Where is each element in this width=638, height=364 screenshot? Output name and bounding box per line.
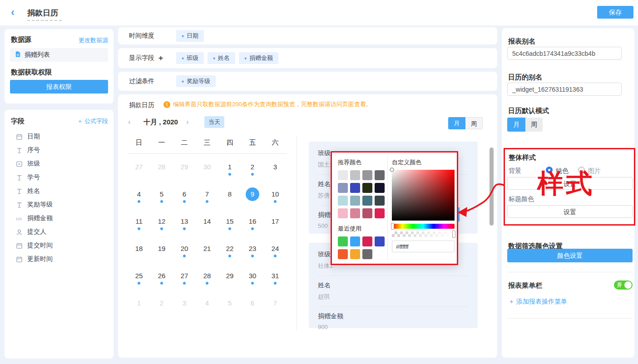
alpha-slider[interactable] (392, 231, 455, 237)
save-button[interactable]: 保存 (597, 6, 633, 19)
day-cell-10[interactable]: 10 (264, 183, 287, 210)
datasource-item[interactable]: 捐赠列表 (10, 48, 108, 62)
day-cell-7[interactable]: 7 (264, 292, 287, 319)
field-item-日期[interactable]: 日期 (5, 130, 114, 143)
calendar-mode-month[interactable]: 月 (448, 117, 465, 129)
day-cell-28[interactable]: 28 (150, 156, 173, 183)
day-cell-23[interactable]: 23 (241, 237, 264, 265)
day-cell-26[interactable]: 26 (150, 265, 173, 292)
recent-swatch[interactable] (362, 249, 372, 259)
report-menu-toggle[interactable]: 开 (614, 280, 633, 290)
field-tag-姓名[interactable]: ▾姓名 (208, 52, 235, 64)
recommended-swatch[interactable] (338, 170, 348, 180)
hex-color-input[interactable] (392, 241, 455, 252)
day-cell-18[interactable]: 18 (128, 237, 150, 265)
today-button[interactable]: 当天 (204, 116, 224, 128)
day-cell-5[interactable]: 5 (218, 292, 241, 319)
calendar-prev-button[interactable]: ‹ (128, 118, 131, 127)
day-cell-19[interactable]: 19 (150, 237, 173, 265)
add-report-menu-link[interactable]: ＋ 添加报表操作菜单 (508, 298, 567, 306)
background-set-button[interactable]: 设置 (507, 177, 633, 190)
recommended-swatch[interactable] (375, 208, 385, 218)
calendar-alias-input[interactable] (507, 83, 622, 96)
sv-cursor[interactable] (390, 167, 394, 172)
day-cell-1[interactable]: 1 (128, 292, 150, 319)
calendar-next-button[interactable]: › (186, 118, 189, 127)
day-cell-29[interactable]: 29 (218, 265, 241, 292)
bg-image-label[interactable]: 图片 (588, 167, 601, 175)
day-cell-27[interactable]: 27 (173, 265, 196, 292)
day-cell-16[interactable]: 16 (241, 210, 264, 237)
day-cell-11[interactable]: 11 (128, 210, 150, 237)
report-permission-button[interactable]: 报表权限 (10, 80, 108, 93)
add-formula-field-link[interactable]: ＋ 公式字段 (77, 117, 108, 125)
default-mode-week[interactable]: 周 (525, 118, 543, 132)
day-cell-6[interactable]: 6 (241, 292, 264, 319)
recent-swatch[interactable] (362, 236, 372, 246)
bg-solid-radio[interactable] (546, 167, 553, 173)
recommended-swatch[interactable] (338, 196, 348, 206)
default-mode-month[interactable]: 月 (507, 118, 525, 132)
field-item-班级[interactable]: 班级 (5, 157, 114, 171)
day-cell-2[interactable]: 2 (241, 156, 264, 183)
field-item-提交时间[interactable]: 提交时间 (5, 239, 114, 252)
day-cell-1[interactable]: 1 (218, 156, 241, 183)
calendar-mode-week[interactable]: 周 (465, 117, 483, 129)
day-cell-6[interactable]: 6 (173, 183, 196, 210)
day-cell-22[interactable]: 22 (218, 237, 241, 265)
day-cell-4[interactable]: 4 (196, 292, 218, 319)
recommended-swatch[interactable] (375, 196, 385, 206)
day-cell-21[interactable]: 21 (196, 237, 218, 265)
recommended-swatch[interactable] (350, 170, 360, 180)
back-button[interactable]: ‹ (11, 6, 15, 19)
day-cell-5[interactable]: 5 (150, 183, 173, 210)
field-item-更新时间[interactable]: 更新时间 (5, 252, 114, 266)
field-item-序号[interactable]: 序号 (5, 143, 114, 157)
day-cell-28[interactable]: 28 (196, 265, 218, 292)
recent-swatch[interactable] (338, 236, 348, 246)
title-color-set-button[interactable]: 设置 (507, 205, 633, 218)
field-item-学号[interactable]: 学号 (5, 171, 114, 184)
field-item-姓名[interactable]: 姓名 (5, 184, 114, 198)
field-tag-班级[interactable]: ▾班级 (176, 52, 204, 64)
day-cell-15[interactable]: 15 (218, 210, 241, 237)
day-cell-8[interactable]: 8 (218, 183, 241, 210)
day-cell-4[interactable]: 4 (128, 183, 150, 210)
bg-solid-label[interactable]: 纯色 (556, 167, 569, 175)
day-cell-24[interactable]: 24 (264, 237, 287, 265)
day-cell-13[interactable]: 13 (173, 210, 196, 237)
hue-slider-handle[interactable] (391, 223, 394, 230)
day-cell-17[interactable]: 17 (264, 210, 287, 237)
recent-swatch[interactable] (350, 249, 360, 259)
change-datasource-link[interactable]: 更改数据源 (79, 36, 108, 44)
day-cell-25[interactable]: 25 (128, 265, 150, 292)
recommended-swatch[interactable] (338, 208, 348, 218)
recommended-swatch[interactable] (375, 170, 385, 180)
day-cell-29[interactable]: 29 (173, 156, 196, 183)
field-item-提交人[interactable]: 提交人 (5, 225, 114, 239)
bg-image-radio[interactable] (578, 167, 585, 173)
field-item-奖励等级[interactable]: 奖励等级 (5, 198, 114, 212)
day-cell-3[interactable]: 3 (264, 156, 287, 183)
day-cell-7[interactable]: 7 (196, 183, 218, 210)
day-cell-2[interactable]: 2 (150, 292, 173, 319)
day-cell-31[interactable]: 31 (264, 265, 287, 292)
preview-scrollbar-thumb[interactable] (490, 148, 494, 226)
recommended-swatch[interactable] (362, 208, 372, 218)
recommended-swatch[interactable] (350, 196, 360, 206)
field-tag-日期[interactable]: ▾日期 (176, 30, 204, 42)
recommended-swatch[interactable] (375, 183, 385, 193)
field-tag-捐赠金额[interactable]: ▾捐赠金额 (239, 52, 278, 64)
add-field-button[interactable]: ＋ (157, 54, 164, 63)
recommended-swatch[interactable] (350, 183, 360, 193)
recommended-swatch[interactable] (350, 208, 360, 218)
color-set-button[interactable]: 颜色设置 (507, 249, 633, 262)
field-item-捐赠金额[interactable]: 123捐赠金额 (5, 212, 114, 225)
day-cell-14[interactable]: 14 (196, 210, 218, 237)
day-cell-30[interactable]: 30 (196, 156, 218, 183)
recommended-swatch[interactable] (362, 196, 372, 206)
recommended-swatch[interactable] (362, 183, 372, 193)
hue-slider[interactable] (392, 224, 455, 229)
day-cell-20[interactable]: 20 (173, 237, 196, 265)
report-alias-input[interactable] (507, 47, 622, 60)
